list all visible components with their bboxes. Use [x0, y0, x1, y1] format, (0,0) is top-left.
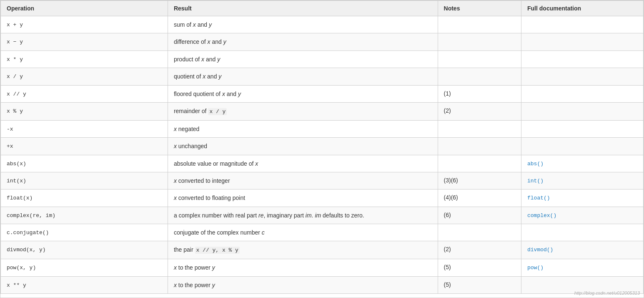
table-row: x % yremainder of x / y(2) [1, 102, 644, 120]
doc-link[interactable]: float() [527, 195, 550, 201]
cell-result: x to the power y [168, 276, 438, 293]
cell-notes [438, 155, 521, 172]
cell-operation: -x [1, 120, 168, 137]
operations-table: Operation Result Notes Full documentatio… [0, 0, 644, 294]
doc-link[interactable]: complex() [527, 212, 556, 219]
cell-result: x unchanged [168, 138, 438, 155]
cell-notes [438, 33, 521, 51]
cell-operation: int(x) [1, 172, 168, 189]
cell-result: the pair x // y, x % y [168, 241, 438, 259]
cell-docs [521, 51, 644, 68]
doc-link[interactable]: abs() [527, 161, 544, 167]
cell-operation: complex(re, im) [1, 207, 168, 224]
cell-operation: x / y [1, 68, 168, 85]
table-row: x / yquotient of x and y [1, 68, 644, 85]
cell-notes [438, 138, 521, 155]
table-row: pow(x, y)x to the power y(5)pow() [1, 259, 644, 276]
table-row: x ** yx to the power y(5) [1, 276, 644, 293]
cell-docs [521, 68, 644, 85]
cell-notes [438, 68, 521, 85]
cell-docs [521, 16, 644, 33]
cell-result: quotient of x and y [168, 68, 438, 85]
cell-operation: x − y [1, 33, 168, 51]
cell-docs[interactable]: divmod() [521, 241, 644, 259]
cell-docs[interactable]: int() [521, 172, 644, 189]
table-container: Operation Result Notes Full documentatio… [0, 0, 644, 298]
cell-result: a complex number with real part re, imag… [168, 207, 438, 224]
cell-result: conjugate of the complex number c [168, 224, 438, 241]
table-row: divmod(x, y)the pair x // y, x % y(2)div… [1, 241, 644, 259]
cell-notes: (2) [438, 102, 521, 120]
cell-docs [521, 85, 644, 102]
cell-notes: (5) [438, 276, 521, 293]
table-row: x * yproduct of x and y [1, 51, 644, 68]
table-row: x // yfloored quotient of x and y(1) [1, 85, 644, 102]
cell-notes: (6) [438, 207, 521, 224]
cell-operation: x + y [1, 16, 168, 33]
table-row: -xx negated [1, 120, 644, 137]
doc-link[interactable]: divmod() [527, 247, 553, 253]
header-result: Result [168, 1, 438, 16]
cell-result: x to the power y [168, 259, 438, 276]
cell-operation: x * y [1, 51, 168, 68]
cell-notes: (2) [438, 241, 521, 259]
cell-notes: (4)(6) [438, 189, 521, 207]
cell-docs[interactable]: complex() [521, 207, 644, 224]
cell-docs [521, 33, 644, 51]
cell-operation: abs(x) [1, 155, 168, 172]
cell-operation: float(x) [1, 189, 168, 207]
cell-notes: (5) [438, 259, 521, 276]
cell-notes [438, 120, 521, 137]
cell-result: x converted to floating point [168, 189, 438, 207]
table-row: int(x)x converted to integer(3)(6)int() [1, 172, 644, 189]
cell-operation: x % y [1, 102, 168, 120]
cell-docs [521, 102, 644, 120]
cell-operation: c.conjugate() [1, 224, 168, 241]
cell-notes [438, 51, 521, 68]
table-row: c.conjugate()conjugate of the complex nu… [1, 224, 644, 241]
cell-docs [521, 224, 644, 241]
cell-docs[interactable]: abs() [521, 155, 644, 172]
cell-result: difference of x and y [168, 33, 438, 51]
doc-link[interactable]: int() [527, 178, 544, 184]
cell-result: x converted to integer [168, 172, 438, 189]
header-notes: Notes [438, 1, 521, 16]
table-row: abs(x)absolute value or magnitude of xab… [1, 155, 644, 172]
table-row: x + ysum of x and y [1, 16, 644, 33]
table-header-row: Operation Result Notes Full documentatio… [1, 1, 644, 16]
header-operation: Operation [1, 1, 168, 16]
watermark: http://blog.csdn.net/u012005313 [574, 290, 640, 295]
doc-link[interactable]: pow() [527, 265, 544, 271]
cell-operation: x // y [1, 85, 168, 102]
cell-operation: divmod(x, y) [1, 241, 168, 259]
cell-docs [521, 120, 644, 137]
table-row: x − ydifference of x and y [1, 33, 644, 51]
table-row: +xx unchanged [1, 138, 644, 155]
cell-result: absolute value or magnitude of x [168, 155, 438, 172]
cell-notes: (1) [438, 85, 521, 102]
cell-docs[interactable]: float() [521, 189, 644, 207]
cell-operation: pow(x, y) [1, 259, 168, 276]
cell-operation: +x [1, 138, 168, 155]
cell-result: sum of x and y [168, 16, 438, 33]
cell-result: product of x and y [168, 51, 438, 68]
header-docs: Full documentation [521, 1, 644, 16]
cell-docs[interactable]: pow() [521, 259, 644, 276]
cell-notes [438, 16, 521, 33]
cell-operation: x ** y [1, 276, 168, 293]
cell-notes: (3)(6) [438, 172, 521, 189]
cell-notes [438, 224, 521, 241]
cell-result: remainder of x / y [168, 102, 438, 120]
cell-result: floored quotient of x and y [168, 85, 438, 102]
cell-result: x negated [168, 120, 438, 137]
table-row: float(x)x converted to floating point(4)… [1, 189, 644, 207]
table-row: complex(re, im)a complex number with rea… [1, 207, 644, 224]
cell-docs [521, 138, 644, 155]
